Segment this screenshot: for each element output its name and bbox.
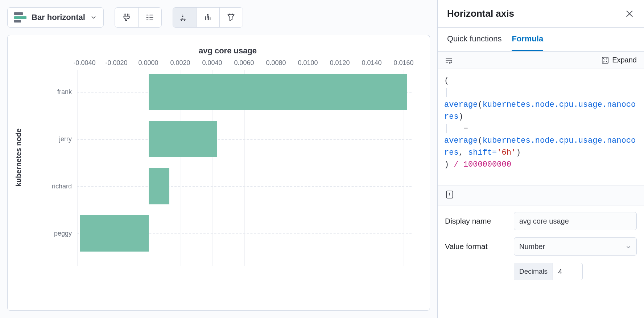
x-tick-label: 0.0160 [393,59,413,67]
value-format-select[interactable]: Number [514,237,637,256]
x-tick-label: 0.0000 [138,59,158,67]
code-token: ( [478,100,482,109]
code-token: , [459,148,468,157]
config-panel: Horizontal axis Quick functions Formula … [437,0,644,318]
axis-button-group [173,7,243,28]
bar-row: jerry [77,121,412,157]
decimals-label: Decimals [514,263,553,280]
y-tick-label: richard [52,183,72,190]
code-token: '6h' [497,148,516,157]
code-token: ) [516,148,521,157]
main-area: Bar horizontal kubernet [0,0,437,318]
panel-tabs: Quick functions Formula [438,28,644,52]
legend-button[interactable] [138,8,161,27]
code-token: ( [444,76,449,85]
bar-guideline [77,139,412,140]
bar-guideline [77,186,412,187]
code-token: ) [444,160,449,169]
y-axis-label: kubernetes node [15,129,23,187]
panel-title: Horizontal axis [447,8,514,19]
close-button[interactable] [624,9,635,19]
x-tick-label: 0.0060 [234,59,254,67]
bar-row: richard [77,168,412,204]
x-tick-label: 0.0040 [202,59,222,67]
bar-horizontal-icon [14,12,26,23]
style-button-group [115,7,162,28]
formula-editor[interactable]: ( │ average(kubernetes.node.cpu.usage.na… [438,69,644,185]
y-tick-label: peggy [54,230,72,237]
x-axis-ticks: -0.0040-0.00200.00000.00200.00400.00600.… [77,59,412,70]
tab-formula[interactable]: Formula [512,28,543,51]
expand-button[interactable]: Expand [601,56,637,64]
plot-area: frankjerryrichardpeggy [77,70,412,266]
bar[interactable] [149,74,407,110]
filter-axis-button[interactable] [219,8,243,27]
code-token: 1000000000 [463,160,511,169]
chart-title: avg core usage [40,46,415,56]
x-tick-label: -0.0020 [105,59,127,67]
code-token: ) [459,112,463,121]
value-format-row: Value format Number [445,237,637,256]
chart-type-label: Bar horizontal [32,13,85,22]
y-tick-label: jerry [59,135,72,143]
bar[interactable] [149,168,169,204]
left-axis-button[interactable] [173,8,196,27]
code-token: ( [478,136,482,145]
chevron-down-icon [90,14,97,21]
word-wrap-button[interactable] [445,56,453,64]
value-format-label: Value format [445,242,507,251]
tab-quick-functions[interactable]: Quick functions [447,28,501,51]
toolbar: Bar horizontal [7,7,430,28]
display-name-row: Display name avg core usage [445,212,637,230]
display-name-label: Display name [445,217,507,225]
code-token: average [444,136,478,145]
x-tick-label: 0.0140 [362,59,381,67]
formula-toolbar: Expand [438,52,644,69]
x-tick-label: 0.0080 [266,59,286,67]
decimals-field[interactable]: Decimals 4 [514,263,583,280]
x-tick-label: 0.0100 [298,59,318,67]
code-token: average [444,100,478,109]
bar[interactable] [149,121,217,157]
bottom-axis-button[interactable] [196,8,219,27]
x-tick-label: 0.0120 [330,59,350,67]
x-tick-label: -0.0040 [73,59,95,67]
form-rows: Display name avg core usage Value format… [438,205,644,287]
brush-button[interactable] [115,8,138,27]
y-tick-label: frank [57,88,72,96]
chart-card: kubernetes node avg core usage -0.0040-0… [7,35,430,311]
code-token: shift= [468,148,497,157]
bar-row: peggy [77,215,412,252]
expand-label: Expand [612,56,637,64]
chart-type-selector[interactable]: Bar horizontal [7,7,104,28]
chevron-down-icon [626,244,631,249]
value-format-value: Number [519,242,545,251]
bar[interactable] [80,215,149,252]
decimals-value: 4 [553,268,567,276]
display-name-value: avg core usage [519,217,569,225]
bar-row: frank [77,74,412,110]
panel-header: Horizontal axis [438,0,644,28]
x-tick-label: 0.0020 [170,59,190,67]
code-token: / [454,160,458,169]
docs-button[interactable] [438,185,644,205]
display-name-input[interactable]: avg core usage [514,212,637,230]
code-token: − [463,124,468,133]
